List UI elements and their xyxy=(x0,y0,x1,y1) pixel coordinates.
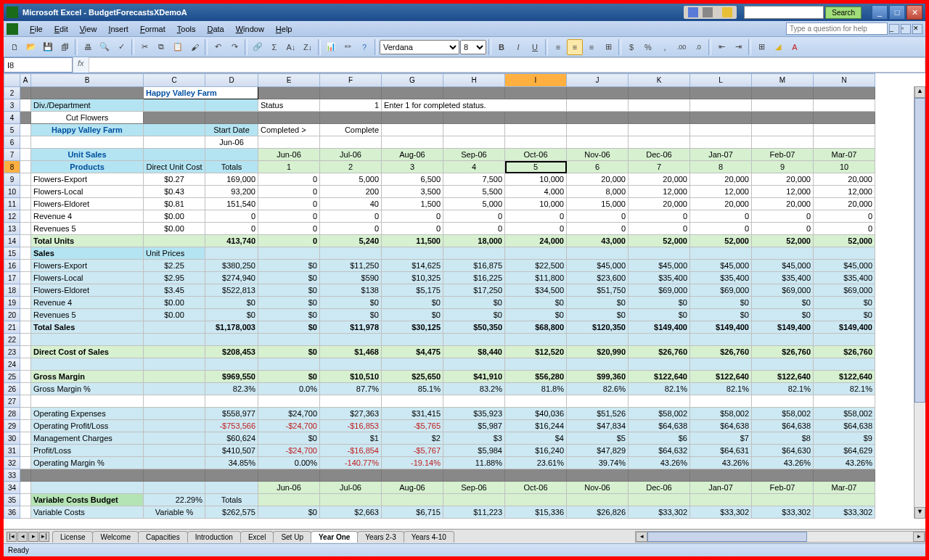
redo-icon[interactable]: ↷ xyxy=(226,39,242,55)
row-hdr-8[interactable]: 8 xyxy=(4,161,20,173)
row-hdr-20[interactable]: 20 xyxy=(4,309,20,321)
font-color-icon[interactable]: A xyxy=(787,39,803,55)
row-hdr-32[interactable]: 32 xyxy=(4,457,20,469)
tab-years-2-3[interactable]: Years 2-3 xyxy=(357,531,404,543)
row-hdr-4[interactable]: 4 xyxy=(4,112,20,124)
col-hdr-M[interactable]: M xyxy=(752,74,814,87)
search-button[interactable]: Search xyxy=(825,7,862,19)
row-hdr-36[interactable]: 36 xyxy=(4,506,20,519)
tab-introduction[interactable]: Introduction xyxy=(187,531,241,543)
col-hdr-B[interactable]: B xyxy=(31,74,144,87)
row-hdr-19[interactable]: 19 xyxy=(4,297,20,309)
format-painter-icon[interactable]: 🖌 xyxy=(187,39,202,55)
menu-edit[interactable]: Edit xyxy=(49,22,74,36)
align-center-icon[interactable]: ≡ xyxy=(567,39,583,55)
row-hdr-31[interactable]: 31 xyxy=(4,445,20,457)
font-name-select[interactable]: Verdana xyxy=(380,40,459,54)
row-hdr-30[interactable]: 30 xyxy=(4,432,20,445)
col-hdr-E[interactable]: E xyxy=(258,74,320,87)
row-hdr-27[interactable]: 27 xyxy=(4,395,20,408)
close-button[interactable]: ✕ xyxy=(907,5,922,20)
menu-format[interactable]: Format xyxy=(134,22,171,36)
row-hdr-16[interactable]: 16 xyxy=(4,260,20,272)
italic-icon[interactable]: I xyxy=(510,39,526,55)
col-hdr-H[interactable]: H xyxy=(443,74,505,87)
tab-license[interactable]: License xyxy=(52,531,93,543)
drawing-icon[interactable]: ✏ xyxy=(340,39,356,55)
col-hdr-I[interactable]: I xyxy=(505,74,567,87)
grid-table[interactable]: ABCDEFGHIJKLMN 2Happy Valley Farm3Div./D… xyxy=(4,73,875,519)
fill-color-icon[interactable]: ◢ xyxy=(770,39,786,55)
autosum-icon[interactable]: Σ xyxy=(266,39,282,55)
row-hdr-33[interactable]: 33 xyxy=(4,469,20,482)
col-hdr-G[interactable]: G xyxy=(382,74,443,87)
menu-tools[interactable]: Tools xyxy=(171,22,202,36)
tab-next-icon[interactable]: ▸ xyxy=(28,532,38,542)
maximize-button[interactable]: □ xyxy=(889,5,905,20)
merge-center-icon[interactable]: ⊞ xyxy=(600,39,616,55)
permission-icon[interactable]: 🗐 xyxy=(57,39,73,55)
formula-input[interactable] xyxy=(89,57,925,73)
decrease-indent-icon[interactable]: ⇤ xyxy=(713,39,729,55)
row-hdr-24[interactable]: 24 xyxy=(4,358,20,371)
row-hdr-35[interactable]: 35 xyxy=(4,494,20,506)
row-hdr-26[interactable]: 26 xyxy=(4,383,20,395)
row-hdr-28[interactable]: 28 xyxy=(4,408,20,420)
col-hdr-L[interactable]: L xyxy=(690,74,752,87)
tab-capacities[interactable]: Capacities xyxy=(138,531,188,543)
tab-years-4-10[interactable]: Years 4-10 xyxy=(404,531,454,543)
row-hdr-7[interactable]: 7 xyxy=(4,149,20,161)
row-hdr-34[interactable]: 34 xyxy=(4,482,20,494)
help-search-input[interactable] xyxy=(786,22,888,35)
row-hdr-15[interactable]: 15 xyxy=(4,247,20,260)
document-icon[interactable] xyxy=(7,23,18,35)
menu-data[interactable]: Data xyxy=(201,22,229,36)
row-hdr-14[interactable]: 14 xyxy=(4,235,20,247)
col-hdr-N[interactable]: N xyxy=(814,74,875,87)
sort-desc-icon[interactable]: Z↓ xyxy=(300,39,316,55)
vertical-scrollbar[interactable]: ▲ ▼ xyxy=(914,86,925,519)
tab-welcome[interactable]: Welcome xyxy=(92,531,139,543)
increase-indent-icon[interactable]: ⇥ xyxy=(730,39,746,55)
increase-decimal-icon[interactable]: .00 xyxy=(674,39,689,55)
col-hdr-J[interactable]: J xyxy=(567,74,629,87)
chart-icon[interactable]: 📊 xyxy=(323,39,339,55)
col-hdr-F[interactable]: F xyxy=(320,74,382,87)
align-right-icon[interactable]: ≡ xyxy=(584,39,599,55)
save-icon[interactable]: 💾 xyxy=(40,39,56,55)
underline-icon[interactable]: U xyxy=(527,39,543,55)
row-hdr-11[interactable]: 11 xyxy=(4,198,20,210)
tab-year-one[interactable]: Year One xyxy=(311,531,358,543)
print-icon[interactable]: 🖶 xyxy=(80,39,96,55)
search-input[interactable] xyxy=(744,6,824,19)
doc-close-button[interactable]: ✕ xyxy=(912,24,922,34)
tab-first-icon[interactable]: |◂ xyxy=(7,532,17,542)
menu-view[interactable]: View xyxy=(74,22,103,36)
col-hdr-K[interactable]: K xyxy=(629,74,690,87)
copy-icon[interactable]: ⧉ xyxy=(153,39,169,55)
print-preview-icon[interactable]: 🔍 xyxy=(97,39,112,55)
row-hdr-22[interactable]: 22 xyxy=(4,334,20,346)
menu-help[interactable]: Help xyxy=(270,22,298,36)
percent-icon[interactable]: % xyxy=(640,39,656,55)
aim-person-icon[interactable] xyxy=(688,7,698,17)
open-icon[interactable]: 📂 xyxy=(23,39,39,55)
row-hdr-2[interactable]: 2 xyxy=(4,87,20,99)
borders-icon[interactable]: ⊞ xyxy=(753,39,769,55)
hscroll-thumb[interactable] xyxy=(647,532,807,542)
minimize-button[interactable]: _ xyxy=(872,5,888,20)
menu-insert[interactable]: Insert xyxy=(102,22,134,36)
tab-last-icon[interactable]: ▸| xyxy=(39,532,49,542)
undo-icon[interactable]: ↶ xyxy=(210,39,226,55)
hyperlink-icon[interactable]: 🔗 xyxy=(250,39,266,55)
col-hdr-A[interactable]: A xyxy=(20,74,31,87)
decrease-decimal-icon[interactable]: .0 xyxy=(690,39,706,55)
row-hdr-18[interactable]: 18 xyxy=(4,284,20,297)
font-size-select[interactable]: 8 xyxy=(460,40,486,54)
cut-icon[interactable]: ✂ xyxy=(136,39,152,55)
col-hdr-D[interactable]: D xyxy=(205,74,258,87)
menu-file[interactable]: File xyxy=(24,22,49,36)
bold-icon[interactable]: B xyxy=(494,39,509,55)
row-hdr-10[interactable]: 10 xyxy=(4,186,20,198)
scroll-up-icon[interactable]: ▲ xyxy=(914,86,925,98)
